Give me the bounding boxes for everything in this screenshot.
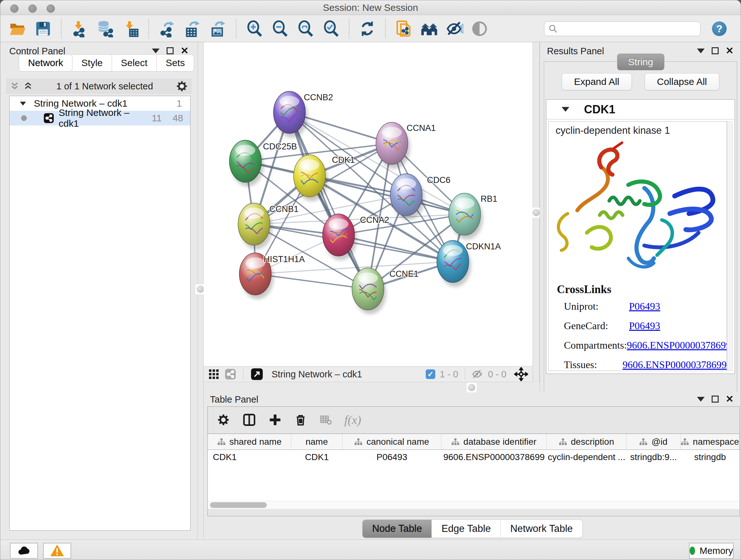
birdseye-view-icon[interactable] bbox=[251, 368, 263, 381]
update-network-icon[interactable] bbox=[358, 20, 376, 38]
tab-edge-table[interactable]: Edge Table bbox=[431, 520, 500, 538]
search-box[interactable] bbox=[544, 21, 700, 36]
table-panel-menu-icon[interactable] bbox=[697, 397, 704, 401]
network-node-label: CDK1 bbox=[332, 155, 355, 165]
network-row[interactable]: String Network – cdk1 11 48 bbox=[10, 111, 190, 125]
expand-all-button[interactable]: Expand All bbox=[562, 73, 632, 90]
network-node[interactable]: CCNB1 bbox=[238, 203, 299, 249]
chevron-double-up-icon[interactable] bbox=[23, 81, 33, 91]
network-node-label: CCNB2 bbox=[304, 92, 333, 102]
crosslink-link[interactable]: 9606.ENSP00000378699 bbox=[627, 339, 727, 351]
tab-node-table[interactable]: Node Table bbox=[362, 520, 431, 538]
table-panel-float-icon[interactable] bbox=[712, 395, 719, 402]
network-share-gray-icon[interactable] bbox=[225, 368, 236, 380]
table-panel-close-icon[interactable]: ✕ bbox=[726, 395, 734, 402]
table-row[interactable]: CDK1CDK1P064939606.ENSP00000378699cyclin… bbox=[208, 450, 739, 464]
table-cell[interactable]: P06493 bbox=[342, 450, 441, 464]
control-panel-menu-icon[interactable] bbox=[152, 49, 159, 53]
network-node[interactable]: CDC6 bbox=[390, 174, 451, 220]
warning-button[interactable] bbox=[43, 543, 71, 559]
control-panel-close-icon[interactable]: ✕ bbox=[181, 47, 189, 54]
network-node[interactable]: RB1 bbox=[449, 193, 497, 240]
zoom-fit-icon[interactable] bbox=[296, 20, 314, 38]
network-node[interactable]: CDC25B bbox=[229, 140, 297, 186]
tab-network-table[interactable]: Network Table bbox=[500, 520, 583, 538]
results-panel-menu-icon[interactable] bbox=[697, 49, 704, 53]
show-eye-icon[interactable] bbox=[471, 20, 489, 38]
control-tab-sets[interactable]: Sets bbox=[157, 54, 194, 71]
crosslink-link[interactable]: 9606.ENSP00000378699 bbox=[623, 359, 727, 371]
save-session-icon[interactable] bbox=[34, 20, 52, 38]
hidden-counts: 0 - 0 bbox=[488, 369, 507, 380]
grid-view-icon[interactable] bbox=[208, 368, 219, 380]
import-table-from-file-icon[interactable] bbox=[122, 20, 139, 38]
zoom-selected-icon[interactable] bbox=[322, 20, 340, 38]
chevron-double-down-icon[interactable] bbox=[9, 81, 20, 91]
gear-icon[interactable] bbox=[176, 80, 188, 92]
column-header-canonical-name[interactable]: canonical name bbox=[342, 434, 441, 449]
selected-checkbox-icon[interactable]: ✓ bbox=[426, 369, 435, 379]
crosslink-link[interactable]: P06493 bbox=[629, 320, 660, 332]
control-panel-float-icon[interactable] bbox=[166, 47, 174, 54]
string-protein-query-icon[interactable] bbox=[395, 20, 413, 38]
hidden-eye-icon[interactable] bbox=[471, 368, 483, 380]
cloud-icon bbox=[17, 544, 31, 558]
open-session-icon[interactable] bbox=[9, 20, 26, 38]
show-columns-icon[interactable] bbox=[242, 413, 256, 427]
table-cell[interactable]: 9606.ENSP00000378699 bbox=[441, 450, 547, 464]
protein-entry-header[interactable]: CDK1 bbox=[546, 100, 735, 119]
title-bar: Session: New Session bbox=[0, 0, 741, 15]
entry-collapse-icon[interactable] bbox=[562, 107, 569, 112]
pan-crosshair-icon[interactable] bbox=[514, 367, 528, 381]
houses-icon[interactable] bbox=[420, 20, 438, 38]
table-hscrollbar-thumb[interactable] bbox=[210, 502, 267, 508]
memory-button[interactable]: Memory bbox=[689, 543, 734, 559]
import-network-from-file-icon[interactable] bbox=[71, 20, 88, 38]
help-button[interactable]: ? bbox=[712, 21, 727, 36]
collapse-all-button[interactable]: Collapse All bbox=[645, 73, 720, 90]
crosslink-link[interactable]: P06493 bbox=[629, 300, 660, 312]
column-header-database-identifier[interactable]: database identifier bbox=[441, 434, 547, 449]
network-node[interactable]: CCNA1 bbox=[376, 122, 436, 169]
import-network-from-database-icon[interactable] bbox=[96, 20, 114, 38]
network-node[interactable]: CCNB2 bbox=[273, 91, 333, 138]
export-network-icon[interactable] bbox=[158, 20, 176, 38]
column-header-name[interactable]: name bbox=[291, 434, 342, 449]
column-header--id[interactable]: @id bbox=[626, 434, 681, 449]
control-tab-style[interactable]: Style bbox=[72, 54, 112, 71]
collection-expand-icon[interactable] bbox=[20, 102, 26, 105]
add-column-icon[interactable] bbox=[268, 413, 282, 427]
results-panel-close-icon[interactable]: ✕ bbox=[726, 47, 734, 54]
control-tab-select[interactable]: Select bbox=[112, 54, 157, 71]
zoom-out-icon[interactable] bbox=[271, 20, 289, 38]
results-panel-float-icon[interactable] bbox=[712, 47, 719, 54]
cloud-button[interactable] bbox=[10, 543, 38, 559]
table-gear-icon[interactable] bbox=[217, 413, 230, 427]
network-canvas[interactable]: CCNB2CCNA1CDC25BCDK1CDC6RB1CCNB1CCNA2CDK… bbox=[204, 42, 533, 366]
export-table-icon[interactable] bbox=[184, 20, 201, 38]
network-node[interactable]: CDKN1A bbox=[437, 240, 501, 287]
network-node[interactable]: CDK1 bbox=[293, 155, 355, 201]
table-cell[interactable]: CDK1 bbox=[291, 450, 342, 464]
horizontal-splitter-handle[interactable] bbox=[466, 382, 477, 393]
hide-unhide-icon[interactable] bbox=[446, 20, 464, 38]
table-cell[interactable]: CDK1 bbox=[208, 450, 291, 464]
table-hscrollbar[interactable] bbox=[208, 501, 739, 509]
network-node-count: 11 bbox=[151, 113, 161, 124]
column-header-shared-name[interactable]: shared name bbox=[208, 434, 291, 449]
column-header-description[interactable]: description bbox=[547, 434, 626, 449]
export-image-icon[interactable] bbox=[209, 20, 227, 38]
results-scrollbar[interactable] bbox=[727, 121, 733, 371]
delete-column-icon[interactable] bbox=[294, 413, 307, 427]
control-tab-network[interactable]: Network bbox=[19, 54, 72, 71]
network-node[interactable]: HIST1H1A bbox=[239, 253, 305, 299]
zoom-in-icon[interactable] bbox=[246, 20, 263, 38]
table-cell[interactable]: stringdb bbox=[681, 450, 739, 464]
search-input[interactable] bbox=[558, 23, 692, 34]
tab-string[interactable]: String bbox=[617, 54, 664, 70]
table-cell[interactable]: cyclin-dependent ... bbox=[547, 450, 626, 464]
column-header-namespace[interactable]: namespace bbox=[681, 434, 739, 449]
table-cell[interactable]: stringdb:9... bbox=[626, 450, 681, 464]
crosslink-label: Compartments: bbox=[557, 339, 627, 351]
network-node[interactable]: CCNA2 bbox=[323, 214, 389, 260]
